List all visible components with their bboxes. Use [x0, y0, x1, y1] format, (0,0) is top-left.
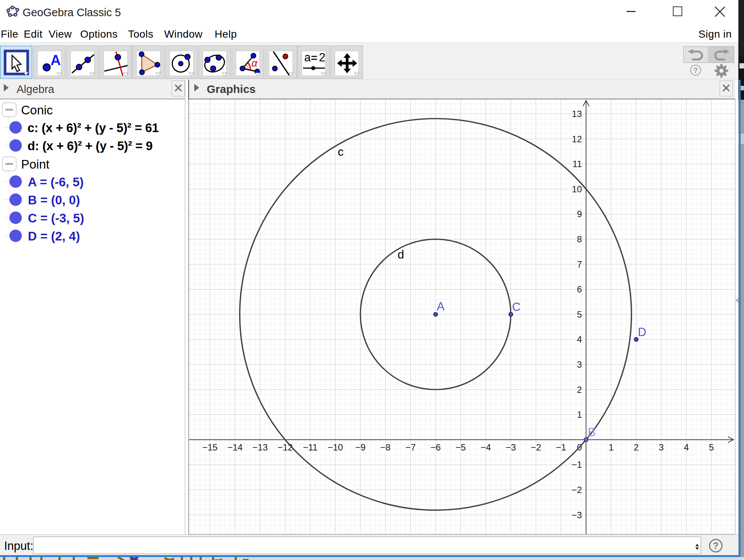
svg-text:3: 3	[577, 359, 582, 370]
svg-text:2: 2	[319, 51, 325, 64]
svg-text:−2: −2	[531, 442, 541, 452]
svg-text:13: 13	[572, 109, 582, 119]
svg-text:4: 4	[577, 334, 582, 344]
svg-text:−3: −3	[572, 510, 582, 520]
svg-text:−1: −1	[556, 442, 566, 452]
svg-text:−1: −1	[572, 460, 582, 470]
svg-text:−14: −14	[227, 442, 243, 452]
svg-text:12: 12	[572, 134, 582, 144]
svg-text:11: 11	[573, 159, 582, 169]
svg-text:c: c	[338, 145, 344, 158]
svg-text:2: 2	[634, 442, 639, 452]
svg-text:1: 1	[577, 409, 582, 420]
svg-text:−7: −7	[406, 442, 416, 452]
svg-text:−6: −6	[430, 442, 441, 452]
svg-text:7: 7	[577, 259, 582, 269]
svg-text:3: 3	[659, 442, 664, 452]
svg-text:−12: −12	[277, 442, 293, 452]
svg-text:−8: −8	[380, 442, 390, 452]
svg-text:10: 10	[572, 184, 582, 194]
svg-text:8: 8	[577, 234, 582, 244]
svg-text:−11: −11	[303, 442, 317, 452]
svg-text:−9: −9	[355, 442, 365, 452]
svg-text:α: α	[252, 58, 258, 69]
svg-text:A: A	[437, 300, 445, 313]
svg-text:C: C	[512, 300, 520, 313]
svg-text:−10: −10	[328, 442, 343, 452]
svg-text:1: 1	[608, 442, 613, 452]
svg-text:−13: −13	[252, 442, 268, 452]
svg-text:−3: −3	[506, 442, 516, 452]
svg-text:5: 5	[577, 309, 582, 320]
svg-text:−4: −4	[480, 442, 491, 452]
svg-text:4: 4	[684, 442, 689, 452]
svg-text:a: a	[304, 51, 311, 64]
svg-text:D: D	[638, 326, 646, 339]
svg-text:−15: −15	[202, 442, 218, 452]
svg-text:d: d	[398, 248, 404, 261]
svg-text:A: A	[50, 52, 61, 68]
svg-text:2: 2	[577, 385, 582, 395]
svg-text:9: 9	[577, 209, 582, 219]
svg-text:−5: −5	[456, 442, 466, 452]
svg-text:6: 6	[577, 284, 582, 294]
svg-text:−2: −2	[572, 485, 582, 495]
svg-text:5: 5	[709, 442, 714, 452]
svg-text:B: B	[588, 426, 596, 439]
